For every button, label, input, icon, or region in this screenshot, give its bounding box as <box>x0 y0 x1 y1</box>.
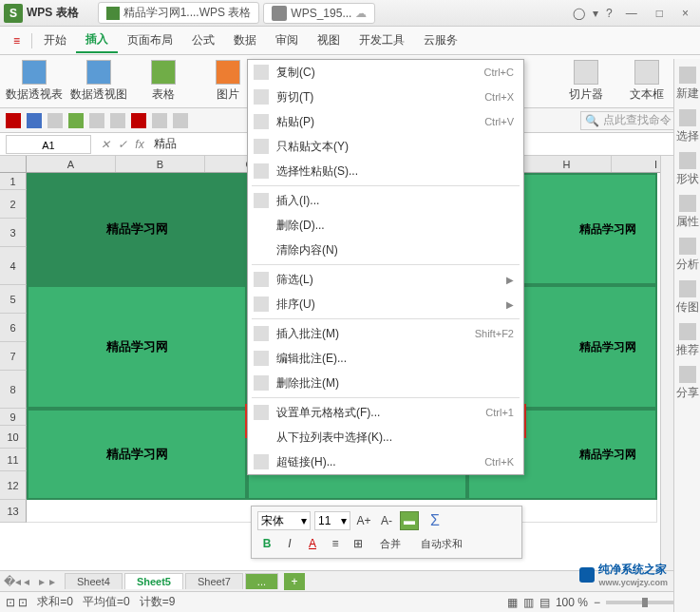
qat-save-icon[interactable] <box>6 113 21 128</box>
view-page-icon[interactable]: ▥ <box>523 596 534 609</box>
ctx-item[interactable]: 粘贴(P)Ctrl+V <box>248 109 523 134</box>
select-all-corner[interactable] <box>0 156 27 173</box>
qat-print-icon[interactable] <box>68 113 84 128</box>
ctx-item[interactable]: 选择性粘贴(S)... <box>248 159 523 183</box>
menu-view[interactable]: 视图 <box>308 29 350 52</box>
sheet-nav-next[interactable]: ▸ <box>34 575 49 588</box>
row-header[interactable]: 2 <box>0 190 27 219</box>
side-select[interactable]: 选择 <box>676 109 699 144</box>
row-header[interactable]: 3 <box>0 219 27 247</box>
row-header[interactable]: 9 <box>0 409 27 426</box>
sheet-tab[interactable]: Sheet5 <box>124 573 183 589</box>
increase-font-button[interactable]: A+ <box>354 511 373 530</box>
vertical-scrollbar[interactable] <box>660 156 673 570</box>
menu-review[interactable]: 审阅 <box>266 29 308 52</box>
sheet-more[interactable]: ... <box>245 573 278 589</box>
menu-formula[interactable]: 公式 <box>182 29 224 52</box>
side-share[interactable]: 分享 <box>676 366 699 401</box>
fx-icon[interactable]: fx <box>131 138 148 151</box>
row-header[interactable]: 8 <box>0 371 27 409</box>
row-header[interactable]: 5 <box>0 285 27 314</box>
sheet-tab[interactable]: Sheet7 <box>185 573 243 589</box>
ribbon-table[interactable]: 表格 <box>135 60 192 103</box>
view-normal-icon[interactable]: ▦ <box>507 596 518 609</box>
ctx-item[interactable]: 插入批注(M)Shift+F2 <box>248 321 523 346</box>
ctx-item[interactable]: 从下拉列表中选择(K)... <box>248 425 523 449</box>
zoom-slider[interactable] <box>606 601 682 604</box>
merge-button[interactable]: 合并 <box>371 534 409 553</box>
side-upload[interactable]: 传图 <box>676 280 699 316</box>
accept-icon[interactable]: ✓ <box>114 138 131 151</box>
menu-start[interactable]: 开始 <box>34 29 76 52</box>
qat-icon[interactable] <box>89 113 104 128</box>
ctx-item[interactable]: 清除内容(N) <box>248 238 523 262</box>
autosum-icon[interactable]: Σ <box>423 511 447 530</box>
close-button[interactable]: × <box>676 7 694 20</box>
qat-icon[interactable] <box>110 113 125 128</box>
decrease-font-button[interactable]: A- <box>377 511 396 530</box>
qat-undo-icon[interactable] <box>27 113 42 128</box>
merged-cell[interactable]: 精品学习网 <box>27 173 247 285</box>
col-header[interactable]: A <box>27 156 116 172</box>
sheet-nav-first[interactable]: �◂ <box>4 575 19 588</box>
cancel-icon[interactable]: ✕ <box>97 138 114 151</box>
col-header[interactable]: B <box>116 156 205 172</box>
menu-pagelayout[interactable]: 页面布局 <box>118 29 182 52</box>
skin-icon[interactable]: ▾ <box>593 7 598 20</box>
document-tab[interactable]: WPS_195...☁ <box>263 3 375 24</box>
qat-icon[interactable] <box>152 113 167 128</box>
row-header[interactable]: 6 <box>0 314 27 342</box>
border-button[interactable]: ⊞ <box>349 534 368 553</box>
row-header[interactable]: 7 <box>0 342 27 371</box>
row-header[interactable]: 1 <box>0 173 27 190</box>
align-button[interactable]: ≡ <box>326 534 345 553</box>
ribbon-slicer[interactable]: 切片器 <box>558 60 615 103</box>
side-recommend[interactable]: 推荐 <box>676 323 699 358</box>
ctx-item[interactable]: 设置单元格格式(F)...Ctrl+1 <box>248 400 523 425</box>
sheet-add-button[interactable]: + <box>284 573 305 590</box>
merged-cell[interactable]: 精品学习网 <box>27 409 247 500</box>
sheet-nav-last[interactable]: ▸⎹ <box>49 575 65 588</box>
side-shape[interactable]: 形状 <box>676 152 699 187</box>
menu-data[interactable]: 数据 <box>224 29 266 52</box>
qat-wps-icon[interactable] <box>131 113 146 128</box>
sync-icon[interactable]: ◯ <box>573 7 585 20</box>
zoom-out-button[interactable]: − <box>594 596 600 609</box>
font-select[interactable]: 宋体▾ <box>257 511 311 530</box>
row-header[interactable]: 10 <box>0 426 27 449</box>
ctx-item[interactable]: 编辑批注(E)... <box>248 346 523 371</box>
ctx-item[interactable]: 剪切(T)Ctrl+X <box>248 85 523 109</box>
menu-devtools[interactable]: 开发工具 <box>350 29 414 52</box>
side-analyze[interactable]: 分析 <box>676 238 699 273</box>
ctx-item[interactable]: 筛选(L)▶ <box>248 267 523 292</box>
menu-cloud[interactable]: 云服务 <box>414 29 467 52</box>
help-icon[interactable]: ? <box>606 7 613 20</box>
fontsize-select[interactable]: 11▾ <box>314 511 350 530</box>
col-header[interactable]: H <box>522 156 612 172</box>
row-header[interactable]: 4 <box>0 247 27 285</box>
document-tab[interactable]: 精品学习网1....WPS 表格 <box>98 2 260 24</box>
ctx-item[interactable]: 删除批注(M) <box>248 371 523 395</box>
side-property[interactable]: 属性 <box>676 195 699 230</box>
ribbon-textbox[interactable]: 文本框 <box>618 60 675 103</box>
qat-icon[interactable] <box>173 113 188 128</box>
row-header[interactable]: 11 <box>0 449 27 471</box>
menu-file-icon[interactable]: ≡ <box>4 30 29 51</box>
sheet-nav-prev[interactable]: ◂ <box>19 575 34 588</box>
autosum-button[interactable]: 自动求和 <box>413 534 470 553</box>
zoom-value[interactable]: 100 % <box>556 596 588 609</box>
ctx-item[interactable]: 复制(C)Ctrl+C <box>248 60 523 85</box>
fontcolor-button[interactable]: A <box>303 534 322 553</box>
italic-button[interactable]: I <box>280 534 299 553</box>
row-header[interactable]: 12 <box>0 471 27 500</box>
formula-value[interactable]: 精品 <box>148 136 177 152</box>
maximize-button[interactable]: □ <box>651 7 669 20</box>
row-header[interactable]: 13 <box>0 500 27 523</box>
fillcolor-button[interactable]: ▬ <box>400 511 419 530</box>
qat-redo-icon[interactable] <box>47 113 63 128</box>
menu-insert[interactable]: 插入 <box>76 28 118 53</box>
view-break-icon[interactable]: ▤ <box>539 596 550 609</box>
sheet-tab[interactable]: Sheet4 <box>65 573 123 589</box>
name-box[interactable]: A1 <box>6 135 91 154</box>
ribbon-pivotchart[interactable]: 数据透视图 <box>70 60 127 103</box>
